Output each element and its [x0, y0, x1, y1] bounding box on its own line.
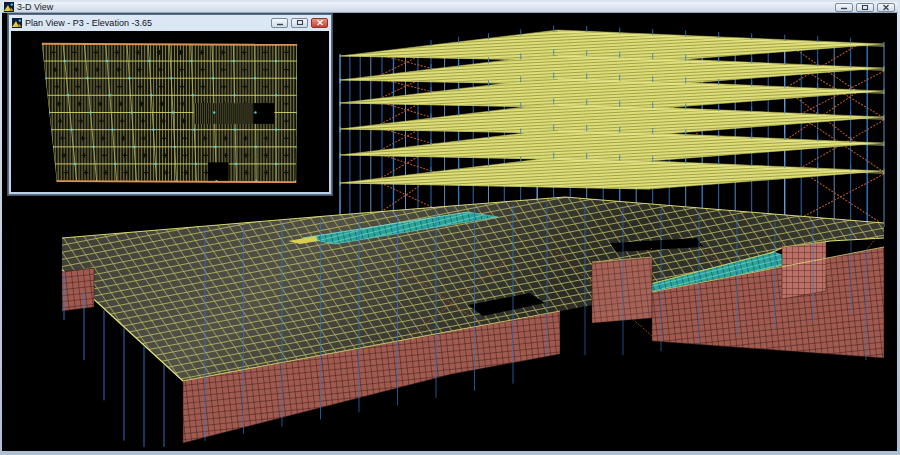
- client-area-3d: Plan View - P3 - Elevation -3.65: [2, 13, 897, 451]
- titlebar-3d-view[interactable]: 3-D View: [2, 2, 898, 13]
- window-3d-view: 3-D View: [0, 0, 900, 455]
- plan-minimize-button[interactable]: [271, 18, 288, 28]
- plan-close-button[interactable]: [311, 18, 328, 28]
- restore-button[interactable]: [856, 3, 874, 12]
- plan-view-canvas[interactable]: [11, 31, 329, 192]
- plan-client-area: [11, 31, 329, 192]
- plan-window-title: Plan View - P3 - Elevation -3.65: [25, 18, 268, 28]
- close-button[interactable]: [877, 3, 895, 12]
- window-plan-view[interactable]: Plan View - P3 - Elevation -3.65: [8, 14, 332, 195]
- plan-restore-button[interactable]: [291, 18, 308, 28]
- titlebar-plan-view[interactable]: Plan View - P3 - Elevation -3.65: [9, 15, 331, 30]
- window-title: 3-D View: [17, 3, 832, 12]
- model-view-icon: [12, 14, 22, 32]
- minimize-button[interactable]: [835, 3, 853, 12]
